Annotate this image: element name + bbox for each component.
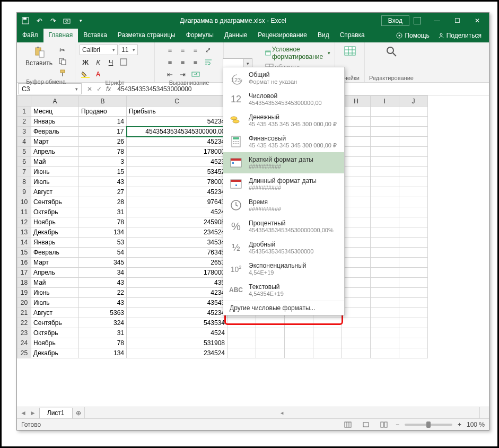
font-size-select[interactable]: 11▾	[119, 45, 138, 55]
signin-button[interactable]: Вход	[381, 15, 409, 26]
maximize-button[interactable]: ☐	[448, 14, 467, 27]
camera-icon[interactable]	[63, 16, 71, 25]
tab-7[interactable]: Вид	[312, 29, 335, 42]
wrap-text-icon[interactable]	[203, 57, 214, 67]
format-shortdate[interactable]: Краткий формат даты##########	[223, 152, 344, 173]
font-name-select[interactable]: Calibri▾	[80, 45, 118, 55]
row-header[interactable]: 11	[17, 207, 31, 217]
format-accounting[interactable]: Финансовый45 435 435 345 345 300 000,00 …	[223, 131, 344, 152]
more-formats-button[interactable]: Другие числовые форматы...	[223, 301, 344, 315]
merge-icon[interactable]	[190, 69, 202, 80]
indent-icon[interactable]: ⇥	[177, 69, 189, 80]
zoom-out-button[interactable]: −	[396, 421, 399, 428]
tab-3[interactable]: Разметка страницы	[112, 29, 181, 42]
col-header[interactable]: H	[342, 96, 371, 107]
conditional-formatting-button[interactable]: Условное форматирование▾	[265, 45, 330, 62]
tab-5[interactable]: Данные	[219, 29, 252, 42]
row-header[interactable]: 14	[17, 238, 31, 248]
tab-2[interactable]: Вставка	[78, 29, 112, 42]
bold-button[interactable]: Ж	[80, 57, 91, 67]
qat-more-icon[interactable]: ▾	[76, 16, 85, 25]
fill-color-button[interactable]	[80, 69, 91, 80]
tab-4[interactable]: Формулы	[181, 29, 219, 42]
undo-icon[interactable]: ↶	[35, 16, 43, 25]
row-header[interactable]: 3	[17, 127, 31, 137]
row-header[interactable]: 10	[17, 197, 31, 207]
tab-6[interactable]: Рецензирование	[252, 29, 312, 42]
row-header[interactable]: 19	[17, 288, 31, 298]
col-header[interactable]: A	[31, 96, 79, 107]
close-button[interactable]: ✕	[468, 14, 487, 27]
col-header[interactable]: I	[371, 96, 399, 107]
copy-icon[interactable]	[57, 56, 68, 67]
minimize-button[interactable]: ―	[427, 14, 447, 27]
row-header[interactable]: 7	[17, 167, 31, 177]
row-header[interactable]: 17	[17, 268, 31, 278]
name-box[interactable]: C3▾	[18, 83, 82, 94]
format-text[interactable]: ABCТекстовый4,54354E+19	[223, 279, 344, 301]
format-currency[interactable]: Денежный45 435 435 345 345 300 000,00 ₽	[223, 110, 344, 131]
format-number[interactable]: 12Числовой45435435345345300000,00	[223, 89, 344, 110]
row-header[interactable]: 9	[17, 187, 31, 197]
underline-button[interactable]: Ч	[105, 57, 117, 67]
zoom-slider[interactable]	[405, 424, 452, 426]
align-right-icon[interactable]: ≡	[190, 57, 202, 67]
row-header[interactable]: 24	[17, 338, 31, 348]
view-layout-icon[interactable]	[360, 420, 372, 429]
cells-button[interactable]	[342, 45, 358, 58]
row-header[interactable]: 21	[17, 308, 31, 318]
row-header[interactable]: 1	[17, 107, 31, 117]
row-header[interactable]: 8	[17, 177, 31, 187]
format-percent[interactable]: %Процентный4543543534534530000000,00%	[223, 216, 344, 237]
align-left-icon[interactable]: ≡	[164, 57, 176, 67]
zoom-in-button[interactable]: +	[458, 421, 461, 428]
paste-button[interactable]: Вставить	[23, 45, 55, 68]
ribbon-display-icon[interactable]	[414, 17, 421, 24]
tell-me-button[interactable]: Помощь	[393, 30, 432, 41]
selected-cell[interactable]: 45435435345345300000,00	[127, 127, 227, 137]
view-pagebreak-icon[interactable]	[378, 420, 390, 429]
tab-1[interactable]: Главная	[43, 29, 78, 42]
format-painter-icon[interactable]	[57, 68, 68, 78]
align-top-icon[interactable]: ≡	[164, 45, 176, 55]
row-header[interactable]: 25	[17, 348, 31, 358]
row-header[interactable]: 20	[17, 298, 31, 308]
row-header[interactable]: 16	[17, 258, 31, 268]
share-button[interactable]: Поделиться	[435, 30, 485, 41]
align-center-icon[interactable]: ≡	[177, 57, 189, 67]
format-longdate[interactable]: Длинный формат даты##########	[223, 173, 344, 195]
sheet-nav-next-icon[interactable]: ►	[30, 409, 36, 417]
collapse-ribbon-icon[interactable]: ⌃	[482, 423, 486, 429]
italic-button[interactable]: К	[92, 57, 104, 67]
editing-button[interactable]	[383, 45, 399, 58]
fx-accept-icon[interactable]: ✓	[97, 85, 102, 93]
tab-8[interactable]: Справка	[335, 29, 370, 42]
sheet-tab[interactable]: Лист1	[39, 408, 73, 418]
row-header[interactable]: 4	[17, 137, 31, 147]
col-header[interactable]: C	[127, 96, 227, 107]
outdent-icon[interactable]: ⇤	[164, 69, 176, 80]
font-color-button[interactable]: А	[92, 69, 104, 80]
row-header[interactable]: 15	[17, 248, 31, 258]
align-middle-icon[interactable]: ≡	[177, 45, 189, 55]
orientation-icon[interactable]: ⤢	[203, 45, 214, 55]
col-header[interactable]: J	[399, 96, 428, 107]
border-button[interactable]	[118, 57, 129, 67]
row-header[interactable]: 22	[17, 318, 31, 328]
col-header[interactable]: B	[79, 96, 127, 107]
row-header[interactable]: 12	[17, 217, 31, 227]
format-sci[interactable]: 102Экспоненциальный4,54E+19	[223, 258, 344, 279]
format-fraction[interactable]: ½Дробный45435435345345300000	[223, 237, 344, 258]
save-icon[interactable]	[21, 16, 30, 25]
redo-icon[interactable]: ↷	[49, 16, 57, 25]
cut-icon[interactable]: ✂	[57, 45, 68, 55]
row-header[interactable]: 23	[17, 328, 31, 338]
row-header[interactable]: 2	[17, 117, 31, 127]
fx-cancel-icon[interactable]: ✕	[87, 85, 92, 93]
tab-0[interactable]: Файл	[17, 29, 43, 42]
fx-icon[interactable]: fx	[106, 85, 111, 93]
row-header[interactable]: 13	[17, 227, 31, 238]
view-normal-icon[interactable]	[342, 420, 354, 429]
format-time[interactable]: Время##########	[223, 195, 344, 216]
format-general[interactable]: 123ОбщийФормат не указан	[223, 67, 344, 89]
